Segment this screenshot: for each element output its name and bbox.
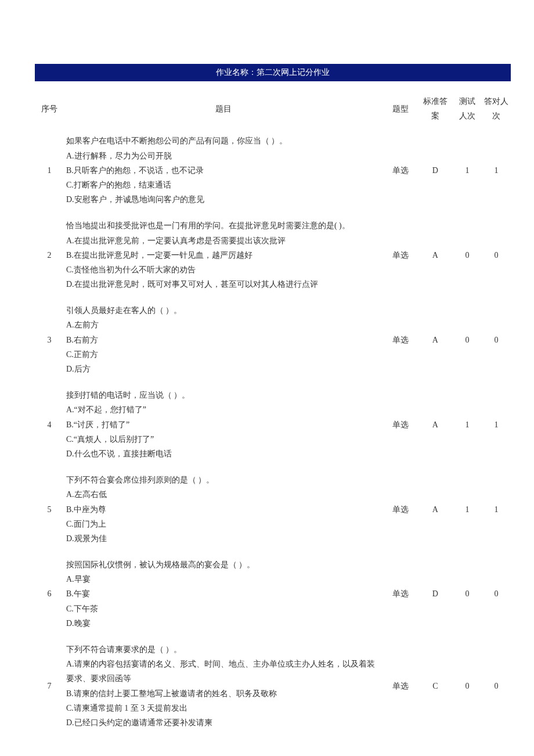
cell-correct: 1 <box>482 382 511 467</box>
cell-correct: 0 <box>482 297 511 382</box>
cell-tested: 1 <box>453 128 482 213</box>
cell-correct: 1 <box>482 467 511 552</box>
table-row: 3引领人员最好走在客人的（ ）。 A.左前方 B.右前方 C.正前方 D.后方单… <box>35 297 511 382</box>
cell-tested: 0 <box>453 213 482 297</box>
cell-type: 单选 <box>383 213 417 297</box>
cell-tested: 0 <box>453 636 482 736</box>
cell-tested: 0 <box>453 297 482 382</box>
table-row: 1如果客户在电话中不断抱怨公司的产品有问题，你应当（ ）。 A.进行解释，尽力为… <box>35 128 511 213</box>
cell-question: 引领人员最好走在客人的（ ）。 A.左前方 B.右前方 C.正前方 D.后方 <box>64 297 383 382</box>
cell-tested: 1 <box>453 467 482 552</box>
table-header-row: 序号 题目 题型 标准答案 测试人次 答对人次 <box>35 89 511 128</box>
cell-answer: A <box>418 382 453 467</box>
cell-correct: 0 <box>482 552 511 636</box>
table-row: 5下列不符合宴会席位排列原则的是（ ）。 A.左高右低 B.中座为尊 C.面门为… <box>35 467 511 552</box>
assignment-title: 作业名称：第二次网上记分作业 <box>35 64 511 81</box>
cell-question: 下列不符合请柬要求的是（ ）。 A.请柬的内容包括宴请的名义、形式、时间、地点、… <box>64 636 383 736</box>
cell-answer: A <box>418 297 453 382</box>
cell-type: 单选 <box>383 382 417 467</box>
question-table: 序号 题目 题型 标准答案 测试人次 答对人次 1如果客户在电话中不断抱怨公司的… <box>35 89 511 736</box>
cell-question: 如果客户在电话中不断抱怨公司的产品有问题，你应当（ ）。 A.进行解释，尽力为公… <box>64 128 383 213</box>
cell-type: 单选 <box>383 636 417 736</box>
header-seq: 序号 <box>35 89 64 128</box>
cell-seq: 4 <box>35 382 64 467</box>
table-row: 6按照国际礼仪惯例，被认为规格最高的宴会是（ ）。 A.早宴 B.午宴 C.下午… <box>35 552 511 636</box>
cell-correct: 0 <box>482 213 511 297</box>
cell-answer: A <box>418 213 453 297</box>
table-row: 7下列不符合请柬要求的是（ ）。 A.请柬的内容包括宴请的名义、形式、时间、地点… <box>35 636 511 736</box>
cell-seq: 7 <box>35 636 64 736</box>
cell-type: 单选 <box>383 128 417 213</box>
cell-answer: D <box>418 552 453 636</box>
table-row: 2恰当地提出和接受批评也是一门有用的学问。在提批评意见时需要注意的是( )。 A… <box>35 213 511 297</box>
cell-seq: 2 <box>35 213 64 297</box>
cell-type: 单选 <box>383 297 417 382</box>
cell-type: 单选 <box>383 467 417 552</box>
cell-seq: 5 <box>35 467 64 552</box>
cell-correct: 0 <box>482 636 511 736</box>
cell-answer: A <box>418 467 453 552</box>
cell-seq: 3 <box>35 297 64 382</box>
header-question: 题目 <box>64 89 383 128</box>
cell-question: 恰当地提出和接受批评也是一门有用的学问。在提批评意见时需要注意的是( )。 A.… <box>64 213 383 297</box>
header-answer: 标准答案 <box>418 89 453 128</box>
cell-tested: 0 <box>453 552 482 636</box>
cell-seq: 1 <box>35 128 64 213</box>
header-correct: 答对人次 <box>482 89 511 128</box>
cell-type: 单选 <box>383 552 417 636</box>
cell-tested: 1 <box>453 382 482 467</box>
cell-answer: D <box>418 128 453 213</box>
cell-correct: 1 <box>482 128 511 213</box>
table-row: 4接到打错的电话时，应当说（ ）。 A.“对不起，您打错了” B.“讨厌，打错了… <box>35 382 511 467</box>
header-type: 题型 <box>383 89 417 128</box>
cell-question: 下列不符合宴会席位排列原则的是（ ）。 A.左高右低 B.中座为尊 C.面门为上… <box>64 467 383 552</box>
header-tested: 测试人次 <box>453 89 482 128</box>
cell-question: 接到打错的电话时，应当说（ ）。 A.“对不起，您打错了” B.“讨厌，打错了”… <box>64 382 383 467</box>
cell-answer: C <box>418 636 453 736</box>
cell-question: 按照国际礼仪惯例，被认为规格最高的宴会是（ ）。 A.早宴 B.午宴 C.下午茶… <box>64 552 383 636</box>
cell-seq: 6 <box>35 552 64 636</box>
